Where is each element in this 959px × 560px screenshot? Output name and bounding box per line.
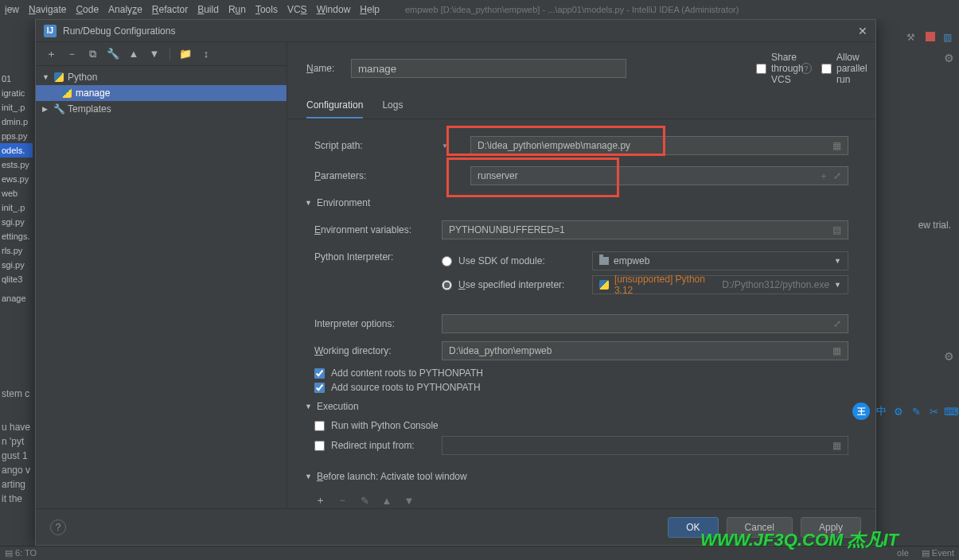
folder-icon[interactable]: 📁 bbox=[180, 49, 191, 60]
environment-section[interactable]: ▼ Environment bbox=[305, 197, 858, 208]
parallel-label: Allow parallel run bbox=[836, 52, 867, 85]
chevron-down-icon: ▼ bbox=[834, 257, 841, 265]
interpreter-select[interactable]: [unsupported] Python 3.12 D:/Python312/p… bbox=[592, 275, 848, 294]
edit-icon[interactable]: ✎ bbox=[910, 405, 922, 418]
file-item[interactable]: igratic bbox=[0, 86, 33, 100]
menu-view[interactable]: iew bbox=[5, 4, 19, 15]
file-item[interactable]: sgi.py bbox=[0, 258, 33, 272]
interp-options-input[interactable]: ⤢ bbox=[442, 314, 848, 333]
menu-help[interactable]: Help bbox=[360, 4, 380, 15]
menu-run[interactable]: Run bbox=[228, 4, 246, 15]
menu-code[interactable]: Code bbox=[76, 4, 99, 15]
parallel-run-checkbox[interactable]: Allow parallel run bbox=[821, 52, 856, 85]
tab-logs[interactable]: Logs bbox=[382, 93, 403, 119]
browse-icon[interactable]: ▦ bbox=[832, 345, 841, 356]
expand-arrow-icon[interactable]: ▼ bbox=[42, 73, 50, 81]
parameters-input[interactable]: runserver ＋ ⤢ bbox=[470, 166, 848, 185]
share-vcs-checkbox[interactable]: Share through VCS bbox=[756, 52, 791, 85]
remove-icon[interactable]: － bbox=[66, 49, 77, 60]
tab-configuration[interactable]: Configuration bbox=[306, 93, 363, 119]
wrench-icon[interactable]: 🔧 bbox=[107, 49, 119, 60]
hammer-icon[interactable]: ⚒ bbox=[906, 32, 918, 43]
copy-icon[interactable]: ⧉ bbox=[87, 49, 98, 60]
gear-icon-2[interactable]: ⚙ bbox=[944, 350, 954, 363]
file-item[interactable]: init_.p bbox=[0, 100, 33, 115]
help-icon[interactable]: ? bbox=[801, 63, 812, 74]
menu-analyze[interactable]: Analyze bbox=[108, 4, 142, 15]
tree-label: Python bbox=[68, 72, 97, 83]
status-eventlog[interactable]: ▤ Event bbox=[922, 548, 954, 558]
gear-icon[interactable]: ⚙ bbox=[944, 52, 954, 64]
add-param-icon[interactable]: ＋ bbox=[819, 169, 828, 183]
file-item[interactable]: web bbox=[0, 186, 33, 200]
list-icon[interactable]: ▤ bbox=[832, 224, 841, 235]
status-left[interactable]: ▤ 6: TO bbox=[5, 548, 37, 558]
file-item[interactable]: 01 bbox=[0, 72, 33, 86]
stop-icon[interactable] bbox=[926, 32, 935, 41]
tree-toolbar: ＋ － ⧉ 🔧 ▲ ▼ 📁 ↕ bbox=[36, 42, 287, 66]
file-item[interactable]: dmin.p bbox=[0, 115, 33, 129]
use-sdk-label: Use SDK of module: bbox=[458, 255, 586, 266]
add-content-roots-checkbox[interactable]: Add content roots to PYTHONPATH bbox=[314, 368, 848, 379]
close-icon[interactable]: ✕ bbox=[858, 25, 867, 37]
keyboard-icon[interactable]: ⌨ bbox=[945, 405, 957, 418]
expand-arrow-icon[interactable]: ▶ bbox=[42, 105, 50, 113]
assist-icon[interactable]: 王 bbox=[852, 402, 870, 420]
status-console[interactable]: ole bbox=[897, 548, 909, 558]
up-icon[interactable]: ▲ bbox=[128, 49, 139, 60]
file-item[interactable]: ests.py bbox=[0, 158, 33, 172]
floating-toolbar[interactable]: 王 中 ⚙ ✎ ✂ ⌨ bbox=[852, 402, 957, 420]
layout-icon[interactable]: ▥ bbox=[943, 32, 954, 43]
menu-navigate[interactable]: Navigate bbox=[29, 4, 66, 15]
file-item[interactable]: ews.py bbox=[0, 172, 33, 186]
file-item[interactable]: rls.py bbox=[0, 243, 33, 258]
main-toolbar-right: ⚒ ▥ bbox=[906, 32, 954, 43]
collapse-icon[interactable]: ↕ bbox=[201, 49, 212, 60]
file-item[interactable]: ettings. bbox=[0, 229, 33, 243]
file-item[interactable]: qlite3 bbox=[0, 272, 33, 286]
scissors-icon[interactable]: ✂ bbox=[927, 405, 940, 418]
script-path-value: D:\idea_python\empweb\manage.py bbox=[478, 140, 630, 151]
chevron-down-icon: ▼ bbox=[305, 199, 312, 207]
chevron-down-icon[interactable]: ▼ bbox=[442, 142, 450, 150]
use-specified-radio[interactable] bbox=[442, 280, 452, 290]
tree-node-manage[interactable]: manage bbox=[36, 85, 287, 101]
bg-text: arting bbox=[2, 479, 959, 490]
menu-window[interactable]: Window bbox=[317, 4, 351, 15]
name-input[interactable] bbox=[351, 59, 626, 78]
window-title: empweb [D:\idea_python\empweb] - ...\app… bbox=[405, 5, 739, 14]
add-icon[interactable]: ＋ bbox=[45, 49, 57, 60]
ime-icon[interactable]: 中 bbox=[875, 405, 887, 418]
file-item[interactable]: anage bbox=[0, 291, 33, 305]
expand-icon[interactable]: ⤢ bbox=[833, 318, 841, 329]
name-label: Name: bbox=[306, 63, 341, 74]
use-sdk-radio[interactable] bbox=[442, 256, 452, 266]
menu-tools[interactable]: Tools bbox=[255, 4, 278, 15]
bg-text: gust 1 bbox=[2, 450, 959, 461]
tool-icon[interactable]: ⚙ bbox=[892, 405, 905, 418]
tree-node-templates[interactable]: ▶ 🔧 Templates bbox=[36, 101, 287, 117]
menubar[interactable]: iew Navigate Code Analyze Refactor Build… bbox=[0, 0, 959, 19]
config-tabs: Configuration Logs bbox=[287, 93, 875, 119]
help-icon[interactable]: ? bbox=[50, 519, 66, 535]
env-vars-label: Environment variables: bbox=[314, 224, 434, 235]
menu-build[interactable]: Build bbox=[197, 4, 219, 15]
execution-section[interactable]: ▼ Execution bbox=[305, 401, 858, 412]
working-dir-value: D:\idea_python\empweb bbox=[449, 345, 552, 356]
tree-label: Templates bbox=[68, 103, 111, 115]
bg-text: u have bbox=[2, 422, 959, 433]
menu-refactor[interactable]: Refactor bbox=[152, 4, 188, 15]
env-vars-input[interactable]: PYTHONUNBUFFERED=1 ▤ bbox=[442, 220, 848, 239]
expand-icon[interactable]: ⤢ bbox=[833, 170, 841, 181]
browse-icon[interactable]: ▦ bbox=[832, 140, 841, 151]
parameters-value: runserver bbox=[478, 170, 518, 181]
script-path-input[interactable]: D:\idea_python\empweb\manage.py ▦ bbox=[470, 136, 848, 155]
working-dir-input[interactable]: D:\idea_python\empweb ▦ bbox=[442, 341, 848, 360]
down-icon[interactable]: ▼ bbox=[149, 49, 160, 60]
file-item-selected[interactable]: odels. bbox=[0, 143, 33, 158]
file-item[interactable]: init_.p bbox=[0, 200, 33, 215]
menu-vcs[interactable]: VCS bbox=[287, 4, 307, 15]
tree-node-python[interactable]: ▼ Python bbox=[36, 69, 287, 85]
module-select[interactable]: empweb ▼ bbox=[592, 251, 848, 270]
file-item[interactable]: pps.py bbox=[0, 129, 33, 143]
